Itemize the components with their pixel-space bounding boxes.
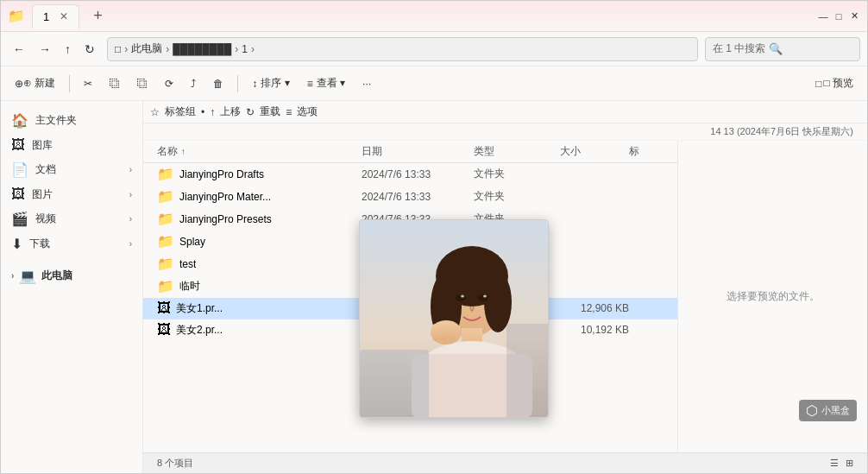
pictures-icon: 🖼 [11,186,25,202]
table-row[interactable]: 📁 JianyingPro Mater... 2024/7/6 13:33 文件… [143,186,677,208]
sidebar-item-videos[interactable]: 🎬 视频 › [1,206,142,231]
sidebar-item-documents[interactable]: 📄 文档 › [1,157,142,182]
sidebar-group-this-pc[interactable]: › 💻 此电脑 [1,263,142,288]
share-icon: ⤴ [191,78,196,90]
home-icon: 🏠 [11,112,28,129]
svg-rect-18 [360,350,429,418]
list-view-icon[interactable]: ☰ [830,458,839,469]
new-tab-button[interactable]: + [86,7,110,25]
file-date: 2024/7/6 13:33 [362,168,474,180]
address-folder: 1 [242,43,248,55]
move-icon: ⟳ [165,78,173,90]
table-row[interactable]: 📁 JianyingPro Drafts 2024/7/6 13:33 文件夹 [143,163,677,186]
search-placeholder: 在 1 中搜索 [713,41,765,56]
sidebar-item-pictures[interactable]: 🖼 图片 › [1,182,142,206]
tags-sep1: • [201,106,204,118]
sidebar-label-videos: 视频 [35,212,56,226]
refresh-button[interactable]: ↻ [79,39,100,60]
file-name: 临时 [179,279,200,294]
videos-icon: 🎬 [11,211,28,227]
col-size-header[interactable]: 大小 [560,144,629,159]
sort-button[interactable]: ↕ 排序 ▾ [245,73,296,94]
svg-point-13 [483,295,487,298]
address-this-pc: 此电脑 [131,41,162,56]
sidebar-label-downloads: 下载 [29,237,50,251]
close-button[interactable]: ✕ [848,10,860,22]
view-icon: ≡ [307,78,313,90]
file-type-icon: 📁 [157,278,174,294]
svg-point-10 [456,294,466,301]
file-type-icon: 🖼 [157,300,171,316]
downloads-icon: ⬇ [11,236,22,252]
new-button[interactable]: ⊕ ⊕ 新建 [8,73,62,94]
sidebar-item-home[interactable]: 🏠 主文件夹 [1,108,142,133]
file-name: 美女2.pr... [176,323,223,338]
file-name: test [179,258,196,270]
file-size: 12,906 KB [560,302,629,314]
svg-point-12 [461,295,464,298]
file-name: 美女1.pr... [176,301,223,316]
cut-icon: ✂ [84,78,92,90]
svg-rect-15 [432,324,439,341]
file-list-container: ☆ 标签组 • ↑ 上移 ↻ 重载 ≡ 选项 14 13 (2024年7月6日 … [143,101,867,473]
main-content: 🏠 主文件夹 🖼 图库 📄 文档 › 🖼 图片 › 🎬 视频 › [1,101,867,473]
refresh-label: 重载 [260,104,280,119]
delete-button[interactable]: 🗑 [206,74,230,93]
search-button[interactable]: 🔍 [769,42,783,55]
file-name: JianyingPro Presets [179,213,272,225]
toolbar: ⊕ ⊕ 新建 ✂ ⿻ ⿻ ⟳ ⤴ 🗑 ↕ 排序 ▾ ≡ 查看 ▾ ··· □ □… [1,66,867,101]
col-name-header[interactable]: 名称 ↑ [157,144,362,159]
file-name: JianyingPro Drafts [179,168,264,180]
file-type-icon: 📁 [157,256,174,272]
paste-button[interactable]: ⿻ [130,74,154,93]
view-button[interactable]: ≡ 查看 ▾ [300,73,352,94]
more-button[interactable]: ··· [355,74,378,93]
copy-icon: ⿻ [110,78,120,90]
up-icon: ↑ [210,106,215,118]
col-tag-header: 标 [629,144,664,159]
this-pc-label: 此电脑 [41,269,72,283]
view-label: 查看 ▾ [317,76,345,91]
share-button[interactable]: ⤴ [184,74,203,93]
watermark-text: 小黑盒 [821,404,850,417]
forward-button[interactable]: → [34,39,56,60]
paste-icon: ⿻ [137,78,148,90]
search-bar[interactable]: 在 1 中搜索 🔍 [705,37,860,61]
file-type-icon: 📁 [157,188,174,205]
preview-button[interactable]: □ □ 预览 [808,73,860,94]
back-button[interactable]: ← [8,39,30,60]
col-type-header[interactable]: 类型 [474,144,560,159]
file-list-header: 名称 ↑ 日期 类型 大小 标 [143,141,677,163]
maximize-button[interactable]: □ [833,10,845,22]
sidebar-item-gallery[interactable]: 🖼 图库 [1,133,142,157]
status-count: 8 个项目 [157,457,193,470]
svg-rect-16 [440,321,447,340]
cut-button[interactable]: ✂ [77,74,99,93]
info-text: 14 13 (2024年7月6日 快乐星期六) [710,125,853,138]
this-pc-icon: 💻 [19,268,36,284]
preview-icon: □ [815,78,821,90]
up-button[interactable]: ↑ [60,39,76,60]
minimize-button[interactable]: — [817,10,829,22]
file-size: 10,192 KB [560,324,629,336]
grid-view-icon[interactable]: ⊞ [846,458,853,469]
title-bar: 📁 1 ✕ + — □ ✕ [1,1,867,32]
tags-sep2: ↻ [246,106,255,118]
file-name: JianyingPro Mater... [179,191,271,203]
file-type-icon: 📁 [157,211,174,227]
tab-folder-icon: 📁 [8,8,25,24]
downloads-arrow: › [129,239,132,249]
documents-arrow: › [129,165,132,174]
move-button[interactable]: ⟳ [158,74,180,93]
copy-button[interactable]: ⿻ [103,74,127,93]
address-bar[interactable]: □ › 此电脑 › ████████ › 1 › [107,37,698,61]
tags-sep3: ≡ [286,106,292,118]
documents-icon: 📄 [11,161,28,178]
tab-1[interactable]: 1 ✕ [32,4,79,28]
col-date-header[interactable]: 日期 [362,144,474,159]
tab-close-button[interactable]: ✕ [60,10,68,22]
up-label: 上移 [220,104,241,119]
sidebar-item-downloads[interactable]: ⬇ 下载 › [1,231,142,256]
delete-icon: 🗑 [213,78,223,90]
pictures-arrow: › [129,190,132,199]
